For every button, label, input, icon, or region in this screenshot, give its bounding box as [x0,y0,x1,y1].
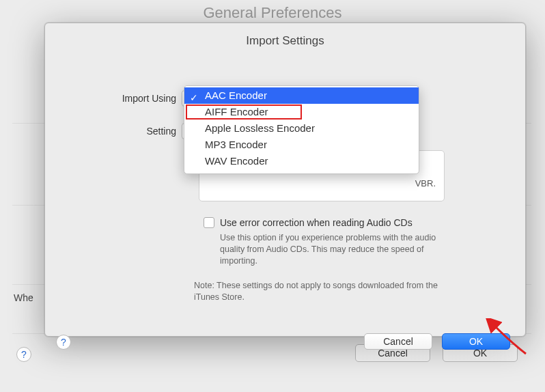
modal-help-button[interactable]: ? [56,335,71,350]
error-correction-desc: Use this option if you experience proble… [220,232,456,267]
cancel-button[interactable]: Cancel [364,333,432,350]
error-correction-row: Use error correction when reading Audio … [204,217,413,228]
bg-help-button[interactable]: ? [16,347,31,362]
bg-title: General Preferences [0,0,545,22]
dropdown-item-label: Apple Lossless Encoder [205,122,315,134]
dropdown-item-aac[interactable]: ✓ AAC Encoder [184,87,419,104]
ok-button[interactable]: OK [442,333,510,350]
dropdown-item-aiff[interactable]: AIFF Encoder [184,104,419,120]
modal-button-row: Cancel OK [364,333,510,350]
import-using-label: Import Using [45,93,182,104]
error-correction-checkbox[interactable] [204,217,214,228]
modal-title: Import Settings [45,23,525,48]
dropdown-item-label: AAC Encoder [205,89,267,101]
encoder-dropdown: ✓ AAC Encoder AIFF Encoder Apple Lossles… [184,85,419,174]
dropdown-item-wav[interactable]: WAV Encoder [184,153,419,169]
bg-truncated-label: Whe [14,292,33,303]
dropdown-item-lossless[interactable]: Apple Lossless Encoder [184,120,419,137]
import-settings-dialog: Import Settings Import Using Setting ✓ A… [44,23,526,337]
dropdown-item-label: AIFF Encoder [205,106,268,117]
dropdown-item-mp3[interactable]: MP3 Encoder [184,137,419,153]
error-correction-label: Use error correction when reading Audio … [220,217,413,228]
setting-label: Setting [45,126,182,137]
itunes-note: Note: These settings do not apply to son… [194,280,453,303]
dropdown-item-label: WAV Encoder [205,155,268,167]
dropdown-item-label: MP3 Encoder [205,139,267,150]
detail-vbr-text: VBR. [415,178,436,188]
